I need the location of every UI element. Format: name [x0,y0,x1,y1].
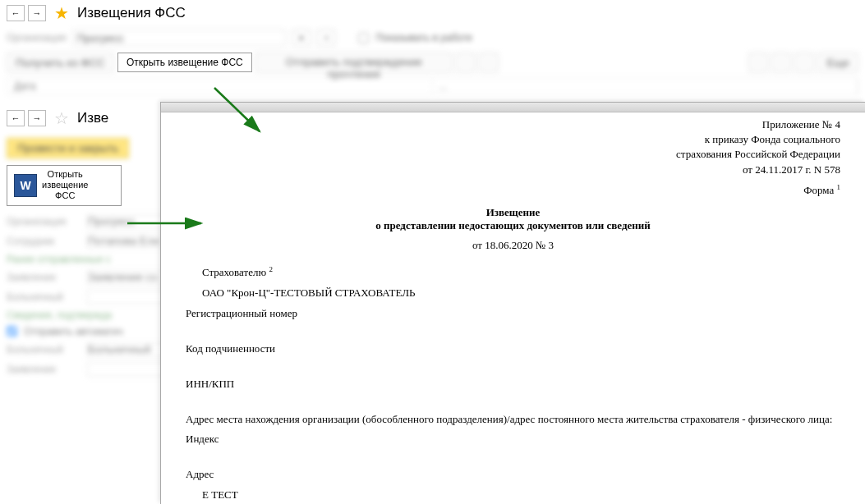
more-button[interactable]: Еще [817,53,858,72]
show-in-work-label: Показывать в работе [375,32,472,44]
toolbar-icon-2[interactable] [479,53,499,72]
statement-label: Заявление [7,272,81,283]
subordination-code-label: Код подчиненности [186,341,840,358]
favorite-star-outline-icon[interactable]: ☆ [54,108,69,128]
employee-label: Сотрудник [7,236,81,247]
address-2-label: Адрес [186,466,840,483]
insured-label: Страхователю [202,267,266,279]
section-earlier-sent: Ранее отправленные с [7,254,111,265]
search-icon[interactable] [748,53,768,72]
document-appendix-block: Приложение № 4 к приказу Фонда социально… [186,117,840,198]
document-date-number: от 18.06.2020 № 3 [186,239,840,252]
org-clear-button[interactable]: × [317,30,335,46]
org-filter-input[interactable] [72,30,286,46]
inn-kpp-label: ИНН/КПП [186,376,840,393]
word-button-label: Открыть извещение ФСС [42,169,88,202]
page-title: Извещения ФСС [77,5,186,21]
send-confirmation-button[interactable]: Отправить подтверждение прочтения [255,53,453,72]
org-label-2: Организация [7,216,81,227]
print-icon[interactable] [771,53,791,72]
col-other: ... [433,78,858,94]
document-title: Извещение [186,206,840,219]
col-date: Дата [7,78,433,94]
refresh-icon[interactable] [794,53,814,72]
word-icon: W [14,174,37,197]
nav-forward-button-2[interactable]: → [28,110,46,126]
insured-name: ОАО "Крон-Ц"-ТЕСТОВЫЙ СТРАХОВАТЕЛЬ [202,285,840,302]
post-and-close-button[interactable]: Провести и закрыть [7,138,129,158]
org-dropdown-button[interactable]: ▾ [292,30,311,46]
sick-leave-label: Больничный [7,291,81,303]
toolbar-icon-1[interactable] [456,53,476,72]
nav-forward-button[interactable]: → [28,5,46,21]
page-title-2: Изве [77,110,108,126]
auto-send-label: Отправить автоматич [24,326,123,337]
open-word-notice-button[interactable]: W Открыть извещение ФСС [7,165,122,206]
index-label: Индекс [186,431,840,448]
reg-number-label: Регистрационный номер [186,305,840,323]
table-header: Дата ... [7,77,858,95]
document-subtitle: о представлении недостающих документов и… [186,219,840,232]
statement-label-2: Заявление [7,364,81,375]
nav-back-button-2[interactable]: ← [7,110,25,126]
open-notice-fss-button[interactable]: Открыть извещение ФСС [117,53,252,72]
address-2-value: Е ТЕСТ [202,487,840,504]
document-titlebar[interactable] [161,103,865,112]
favorite-star-icon[interactable]: ★ [54,3,69,23]
nav-back-button[interactable]: ← [7,5,25,21]
auto-send-checkbox[interactable] [7,326,17,337]
receive-from-fss-button[interactable]: Получить из ФСС [7,53,114,72]
section-confirming: Сведения, подтвержда [7,309,112,321]
show-in-work-checkbox[interactable] [358,33,369,44]
document-preview-window: Приложение № 4 к приказу Фонда социально… [160,102,865,504]
address-label: Адрес места нахождения организации (обос… [186,411,840,428]
org-filter-label: Организация [7,32,66,44]
sick-leave-label-2: Больничный [7,344,81,355]
